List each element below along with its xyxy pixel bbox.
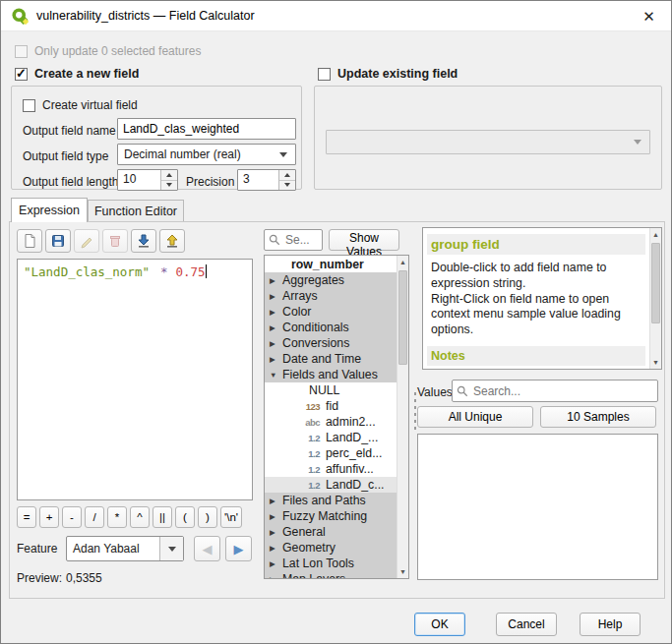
- operator-key-button[interactable]: *: [107, 506, 127, 528]
- output-field-type-combo[interactable]: Decimal number (real): [117, 144, 296, 165]
- tab-expression[interactable]: Expression: [11, 198, 88, 222]
- all-unique-button[interactable]: All Unique: [417, 406, 533, 428]
- tree-item-label: NULL: [309, 383, 339, 397]
- operator-key-button[interactable]: ): [198, 506, 217, 528]
- spinner-buttons[interactable]: [278, 170, 295, 190]
- values-list[interactable]: [417, 434, 658, 580]
- values-search-box[interactable]: [452, 380, 658, 402]
- operator-key-button[interactable]: -: [62, 506, 82, 528]
- chevron-collapsed-icon[interactable]: ▶: [270, 559, 282, 568]
- scrollbar-thumb[interactable]: [651, 243, 660, 323]
- spin-down-icon[interactable]: [166, 183, 172, 187]
- create-virtual-field-checkbox[interactable]: Create virtual field: [23, 98, 138, 112]
- function-search-box[interactable]: [264, 229, 323, 251]
- feature-combo[interactable]: Adan Yabaal: [66, 536, 184, 561]
- operator-key-button[interactable]: /: [85, 506, 104, 528]
- help-button[interactable]: Help: [580, 613, 641, 636]
- search-icon: [269, 234, 280, 246]
- chevron-collapsed-icon[interactable]: ▶: [270, 497, 282, 505]
- function-group-row[interactable]: ▼Fields and Values: [265, 367, 397, 382]
- create-new-field-checkbox[interactable]: Create a new field: [15, 67, 139, 81]
- chevron-collapsed-icon[interactable]: ▶: [270, 575, 282, 580]
- operator-key-button[interactable]: (: [175, 506, 195, 528]
- ok-button[interactable]: OK: [414, 613, 465, 636]
- operator-key-button[interactable]: ||: [153, 506, 172, 528]
- spin-up-icon[interactable]: [166, 173, 172, 177]
- output-field-name-label: Output field name: [23, 124, 116, 138]
- chevron-collapsed-icon[interactable]: ▶: [270, 528, 282, 537]
- chevron-collapsed-icon[interactable]: ▶: [270, 355, 282, 364]
- function-group-row[interactable]: ▶Geometry: [265, 540, 397, 556]
- chevron-collapsed-icon[interactable]: ▶: [270, 323, 282, 332]
- scroll-up-icon[interactable]: ▲: [397, 256, 408, 268]
- close-icon[interactable]: ✕: [627, 1, 671, 31]
- function-group-row[interactable]: ▶Date and Time: [265, 351, 397, 367]
- field-row[interactable]: 1.2perc_eld...: [265, 445, 397, 461]
- import-expression-button[interactable]: [131, 229, 156, 253]
- field-row[interactable]: 1.2LandD_c...: [265, 477, 397, 493]
- scroll-down-icon[interactable]: ▼: [397, 565, 408, 578]
- checkbox-box[interactable]: [318, 68, 331, 81]
- pencil-icon: [79, 233, 94, 249]
- function-tree[interactable]: row_number▶Aggregates▶Arrays▶Color▶Condi…: [264, 255, 409, 579]
- next-feature-button[interactable]: ▶: [225, 536, 252, 561]
- operator-key-button[interactable]: +: [39, 506, 59, 528]
- function-group-row[interactable]: ▶Map Layers: [265, 571, 397, 579]
- field-calculator-dialog: vulnerability_districts — Field Calculat…: [0, 0, 672, 644]
- cancel-button[interactable]: Cancel: [496, 613, 557, 636]
- scrollbar-thumb[interactable]: [398, 270, 407, 365]
- field-row[interactable]: 1.2LandD_...: [265, 430, 397, 445]
- precision-label: Precision: [186, 175, 234, 189]
- field-row[interactable]: NULL: [265, 382, 397, 398]
- values-search-input[interactable]: [471, 383, 653, 399]
- function-group-row[interactable]: ▶Arrays: [265, 288, 397, 304]
- function-group-row[interactable]: ▶Lat Lon Tools: [265, 556, 397, 571]
- function-group-row[interactable]: ▶Color: [265, 304, 397, 320]
- operator-key-button[interactable]: ^: [130, 506, 150, 528]
- chevron-collapsed-icon[interactable]: ▶: [270, 512, 282, 521]
- checkbox-box: [15, 45, 28, 58]
- output-field-name-input[interactable]: [117, 118, 296, 140]
- update-existing-field-checkbox[interactable]: Update existing field: [318, 67, 458, 81]
- precision-spinner[interactable]: 3: [237, 169, 296, 191]
- scroll-down-icon[interactable]: ▼: [650, 356, 661, 369]
- chevron-collapsed-icon[interactable]: ▶: [270, 339, 282, 348]
- field-row[interactable]: abcadmin2...: [265, 414, 397, 430]
- function-group-row[interactable]: ▶Aggregates: [265, 272, 397, 288]
- checkbox-box[interactable]: [23, 99, 35, 112]
- spinner-buttons[interactable]: [160, 170, 177, 190]
- tree-item-label: fid: [326, 399, 338, 413]
- function-search-input[interactable]: [283, 232, 318, 248]
- function-group-row[interactable]: ▶Conditionals: [265, 320, 397, 335]
- help-scrollbar[interactable]: ▲ ▼: [649, 228, 661, 369]
- tree-item-label: Date and Time: [282, 352, 361, 366]
- spin-up-icon[interactable]: [284, 173, 290, 177]
- spin-down-icon[interactable]: [284, 183, 290, 187]
- save-expression-button[interactable]: [45, 229, 71, 253]
- function-group-row[interactable]: ▶Conversions: [265, 335, 397, 351]
- ten-samples-button[interactable]: 10 Samples: [540, 406, 656, 428]
- show-values-button[interactable]: Show Values: [329, 229, 399, 251]
- scroll-up-icon[interactable]: ▲: [650, 228, 661, 241]
- output-field-length-spinner[interactable]: 10: [117, 169, 178, 191]
- function-top-row[interactable]: row_number: [265, 257, 397, 272]
- tab-function-editor[interactable]: Function Editor: [88, 200, 184, 221]
- field-row[interactable]: 1.2affunfiv...: [265, 461, 397, 477]
- function-group-row[interactable]: ▶Files and Paths: [265, 493, 397, 508]
- chevron-collapsed-icon[interactable]: ▶: [270, 276, 282, 285]
- operator-key-button[interactable]: '\n': [220, 506, 242, 528]
- checkbox-box[interactable]: [15, 68, 28, 81]
- export-expression-button[interactable]: [159, 229, 185, 253]
- operator-key-button[interactable]: =: [17, 506, 36, 528]
- function-group-row[interactable]: ▶General: [265, 524, 397, 540]
- expression-editor[interactable]: "LandD_clas_norm"*0.75: [17, 259, 253, 500]
- field-row[interactable]: 123fid: [265, 398, 397, 414]
- chevron-collapsed-icon[interactable]: ▶: [270, 544, 282, 553]
- chevron-collapsed-icon[interactable]: ▶: [270, 292, 282, 301]
- combo-drop-button[interactable]: [159, 537, 183, 560]
- tree-scrollbar[interactable]: ▲ ▼: [397, 256, 408, 578]
- new-expression-button[interactable]: [17, 229, 42, 253]
- function-group-row[interactable]: ▶Fuzzy Matching: [265, 508, 397, 524]
- chevron-collapsed-icon[interactable]: ▶: [270, 308, 282, 317]
- chevron-expanded-icon[interactable]: ▼: [270, 371, 282, 380]
